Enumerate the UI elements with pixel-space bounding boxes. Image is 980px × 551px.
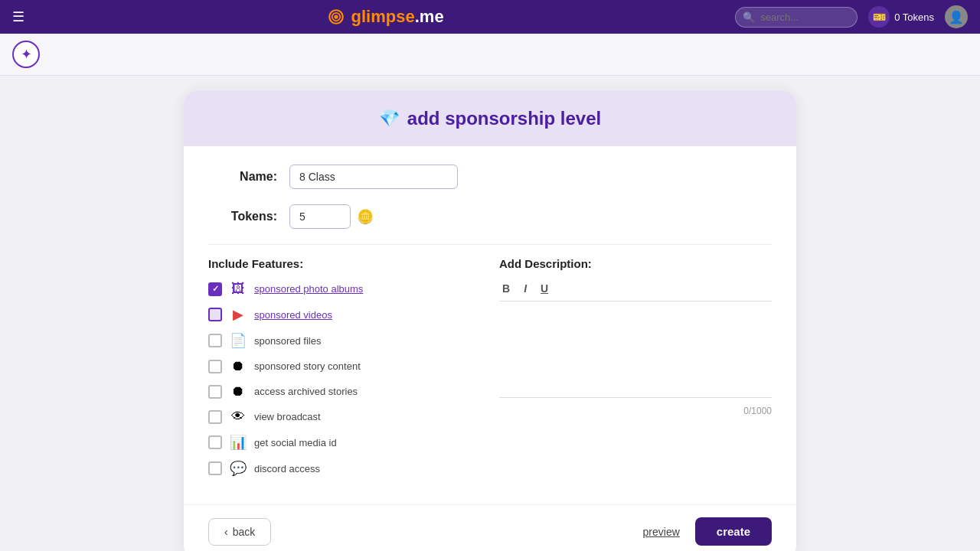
- list-item: 🖼 sponsored photo albums: [208, 281, 481, 297]
- checkbox-broadcast[interactable]: [208, 410, 222, 424]
- token-coin-icon: 🪙: [357, 208, 374, 225]
- checkbox-archived-stories[interactable]: [208, 385, 222, 399]
- back-button-label: back: [233, 526, 256, 538]
- files-icon: 📄: [230, 332, 247, 349]
- name-row: Name:: [208, 165, 772, 189]
- feature-label-social-media-id: get social media id: [254, 437, 337, 448]
- feature-label-story-content: sponsored story content: [254, 360, 361, 372]
- divider: [208, 244, 772, 245]
- description-column: Add Description: B I U 0/1000: [499, 257, 772, 486]
- list-item: 👁 view broadcast: [208, 409, 481, 425]
- navbar: ☰ glimpse.me 🔍 🎫 0 Tokens 👤: [0, 0, 980, 34]
- feature-label-broadcast: view broadcast: [254, 411, 321, 422]
- feature-label-archived-stories: access archived stories: [254, 386, 358, 397]
- name-label: Name:: [208, 170, 277, 184]
- photo-albums-icon: 🖼: [230, 281, 247, 297]
- list-item: ⏺ sponsored story content: [208, 358, 481, 374]
- diamond-icon: 💎: [379, 109, 400, 129]
- italic-button[interactable]: I: [521, 281, 530, 296]
- tokens-input[interactable]: [289, 204, 351, 229]
- checkbox-files[interactable]: [208, 334, 222, 347]
- user-avatar[interactable]: 👤: [945, 5, 968, 28]
- logo: glimpse.me: [325, 6, 444, 28]
- hamburger-menu-icon[interactable]: ☰: [12, 8, 24, 25]
- checkbox-photo-albums[interactable]: [208, 282, 222, 296]
- list-item: 💬 discord access: [208, 460, 481, 477]
- list-item: ⏺ access archived stories: [208, 383, 481, 399]
- tokens-count: 0 Tokens: [894, 11, 934, 23]
- nav-left: ☰: [12, 8, 34, 25]
- features-column: Include Features: 🖼 sponsored photo albu…: [208, 257, 481, 486]
- checkbox-social-media-id[interactable]: [208, 435, 222, 449]
- page-title: add sponsorship level: [407, 108, 601, 129]
- card-body: Name: Tokens: 🪙 Include Features: 🖼: [184, 146, 796, 504]
- tokens-label: Tokens:: [208, 210, 277, 223]
- main-content: 💎 add sponsorship level Name: Tokens: 🪙: [0, 76, 980, 551]
- sub-nav: ✦: [0, 34, 980, 76]
- footer-right: preview create: [643, 517, 772, 546]
- preview-button[interactable]: preview: [643, 526, 680, 538]
- discord-icon: 💬: [230, 460, 247, 477]
- broadcast-icon: 👁: [230, 409, 247, 425]
- feature-label-discord: discord access: [254, 463, 320, 474]
- description-textarea[interactable]: [499, 306, 772, 398]
- checkbox-videos[interactable]: [208, 308, 222, 321]
- story-content-icon: ⏺: [230, 358, 247, 374]
- tokens-row: Tokens: 🪙: [208, 204, 772, 229]
- nav-right: 🔍 🎫 0 Tokens 👤: [735, 5, 968, 28]
- chevron-left-icon: ‹: [224, 526, 228, 538]
- underline-button[interactable]: U: [537, 281, 551, 296]
- token-icon: 🎫: [868, 6, 890, 28]
- back-button[interactable]: ‹ back: [208, 518, 271, 546]
- search-input[interactable]: [735, 7, 858, 28]
- tokens-badge: 🎫 0 Tokens: [868, 6, 934, 28]
- name-input[interactable]: [289, 165, 458, 189]
- svg-point-2: [334, 15, 338, 18]
- desc-title: Add Description:: [499, 257, 772, 270]
- list-item: 📊 get social media id: [208, 434, 481, 451]
- bold-button[interactable]: B: [499, 281, 513, 296]
- videos-icon: ▶: [230, 306, 247, 323]
- feature-label-photo-albums[interactable]: sponsored photo albums: [254, 283, 363, 295]
- char-count: 0/1000: [499, 406, 772, 416]
- social-media-id-icon: 📊: [230, 434, 247, 451]
- list-item: ▶ sponsored videos: [208, 306, 481, 323]
- features-title: Include Features:: [208, 257, 481, 270]
- checkbox-discord[interactable]: [208, 461, 222, 475]
- editor-toolbar: B I U: [499, 281, 772, 296]
- list-item: 📄 sponsored files: [208, 332, 481, 349]
- sponsorship-card: 💎 add sponsorship level Name: Tokens: 🪙: [184, 91, 796, 551]
- feature-label-files: sponsored files: [254, 335, 321, 347]
- add-circle-button[interactable]: ✦: [12, 41, 40, 68]
- card-header: 💎 add sponsorship level: [184, 91, 796, 146]
- search-wrapper: 🔍: [735, 7, 858, 28]
- create-button[interactable]: create: [695, 517, 772, 546]
- logo-text: glimpse.me: [351, 7, 444, 27]
- card-footer: ‹ back preview create: [184, 504, 796, 551]
- logo-icon: [325, 6, 347, 28]
- two-column-section: Include Features: 🖼 sponsored photo albu…: [208, 257, 772, 486]
- feature-label-videos[interactable]: sponsored videos: [254, 309, 332, 321]
- archived-stories-icon: ⏺: [230, 383, 247, 399]
- checkbox-story-content[interactable]: [208, 360, 222, 373]
